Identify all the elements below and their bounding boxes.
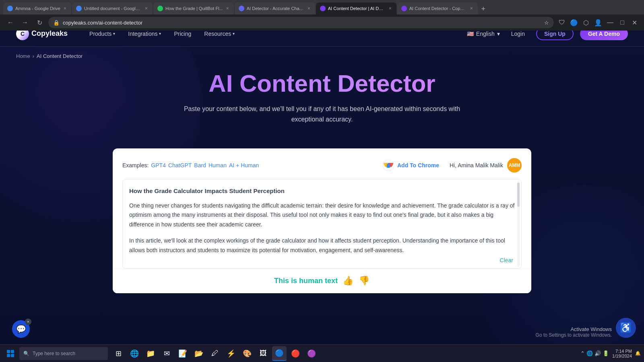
extension-icon-2[interactable]: 🔵 — [569, 18, 579, 27]
accessibility-icon: ♿ — [620, 322, 632, 333]
clear-button[interactable]: Clear — [500, 257, 513, 263]
tab-close-button[interactable]: × — [388, 5, 392, 12]
thumbup-button[interactable]: 👍 — [343, 276, 354, 287]
chat-widget-button[interactable]: 💬 × — [12, 320, 30, 338]
example-bard[interactable]: Bard — [194, 162, 206, 169]
user-avatar: AMM — [507, 158, 522, 173]
browser-tab-4[interactable]: AI Detector - Accurate Chat... × — [235, 2, 315, 14]
taskbar-app-3[interactable]: 📁 — [143, 346, 158, 361]
taskbar-search[interactable]: 🔍 Type here to search — [19, 347, 108, 360]
accessibility-button[interactable]: ♿ — [616, 318, 636, 338]
chat-icon: 💬 — [16, 324, 26, 334]
address-bar[interactable]: 🔒 copyleaks.com/ai-content-detector ☆ — [48, 17, 554, 28]
tab-favicon — [76, 6, 82, 11]
minimize-button[interactable]: — — [605, 18, 615, 27]
text-para-2: In this article, we'll look at the compl… — [129, 236, 515, 255]
breadcrumb-home[interactable]: Home — [16, 53, 30, 59]
extension-icon-3[interactable]: ⬡ — [581, 18, 591, 27]
taskbar-arrow-icon[interactable]: ⌃ — [580, 350, 585, 356]
main-content: C Copyleaks Products ▾ Integrations ▾ Pr… — [0, 21, 644, 346]
taskbar-volume-icon[interactable]: 🔊 — [594, 350, 601, 356]
search-icon: 🔍 — [23, 351, 29, 356]
taskbar-app-8[interactable]: ⚡ — [224, 346, 238, 361]
breadcrumb: Home › AI Content Detector — [0, 47, 644, 66]
taskbar-app-1[interactable]: ⊞ — [111, 346, 126, 361]
taskbar-app-7[interactable]: 🖊 — [208, 346, 222, 361]
text-para-1: One thing never changes for students nav… — [129, 201, 515, 230]
taskbar-clock[interactable]: 7:14 PM 1/19/2024 — [612, 349, 632, 358]
examples-row: Examples: GPT4 ChatGPT Bard Human AI + H… — [122, 158, 522, 173]
tab-close-button[interactable]: × — [63, 5, 67, 12]
taskbar-battery-icon[interactable]: 🔋 — [603, 350, 609, 356]
star-icon: ☆ — [544, 20, 549, 26]
start-button[interactable] — [3, 346, 18, 361]
text-title: How the Grade Calculator Impacts Student… — [129, 186, 515, 196]
integrations-chevron-icon: ▾ — [159, 31, 161, 36]
reload-button[interactable]: ↻ — [34, 17, 45, 28]
activation-title: Activate Windows — [536, 326, 612, 332]
profile-icon[interactable]: 👤 — [593, 18, 603, 27]
example-ai-human[interactable]: AI + Human — [229, 162, 259, 169]
tab-title: How the Grade | QuillBot Fl... — [165, 6, 223, 11]
example-chatgpt[interactable]: ChatGPT — [168, 162, 192, 169]
back-button[interactable]: ← — [5, 17, 16, 28]
taskbar-app-2[interactable]: 🌐 — [127, 346, 142, 361]
notification-icon[interactable]: 🔔 — [635, 351, 641, 356]
chrome-icon — [383, 160, 394, 171]
language-label: English — [476, 31, 495, 37]
browser-toolbar: ← → ↻ 🔒 copyleaks.com/ai-content-detecto… — [0, 14, 644, 31]
tab-close-button[interactable]: × — [144, 5, 149, 12]
detector-card: Examples: GPT4 ChatGPT Bard Human AI + H… — [113, 148, 531, 293]
taskbar-network-icon[interactable]: 🌐 — [586, 350, 593, 356]
tab-favicon — [7, 6, 13, 11]
taskbar-app-9[interactable]: 🎨 — [240, 346, 254, 361]
new-tab-button[interactable]: + — [478, 3, 489, 14]
browser-tab-6[interactable]: AI Content Detector - Copyle... × — [397, 2, 478, 14]
svg-point-2 — [387, 164, 390, 167]
browser-tab-1[interactable]: Ammna - Google Drive × — [3, 2, 71, 14]
hero-subtitle: Paste your content below, and we'll tell… — [181, 104, 463, 124]
tab-favicon — [239, 6, 244, 11]
thumbdown-button[interactable]: 👎 — [359, 276, 370, 287]
products-chevron-icon: ▾ — [113, 31, 115, 36]
tab-title: Untitled document - Google ... — [84, 6, 142, 11]
taskbar-app-4[interactable]: ✉ — [159, 346, 174, 361]
taskbar-app-12[interactable]: 🔴 — [288, 346, 303, 361]
taskbar-system-icons: ⌃ 🌐 🔊 🔋 — [580, 350, 609, 356]
taskbar-app-13[interactable]: 🟣 — [304, 346, 319, 361]
logo-text: Copyleaks — [31, 29, 68, 38]
taskbar-time-display: 7:14 PM — [612, 349, 632, 354]
example-human[interactable]: Human — [208, 162, 227, 169]
breadcrumb-separator: › — [33, 53, 34, 59]
chat-close-button[interactable]: × — [25, 319, 31, 325]
activation-watermark: Activate Windows Go to Settings to activ… — [536, 326, 612, 338]
tab-close-button[interactable]: × — [225, 5, 230, 12]
forward-button[interactable]: → — [19, 17, 31, 28]
browser-tab-2[interactable]: Untitled document - Google ... × — [72, 2, 153, 14]
activation-subtitle: Go to Settings to activate Windows. — [536, 332, 612, 338]
scrollbar-track[interactable] — [517, 181, 520, 266]
lang-chevron-icon: ▾ — [497, 31, 500, 37]
add-to-chrome-button[interactable]: Add To Chrome — [383, 160, 439, 171]
tab-favicon — [320, 6, 326, 11]
taskbar-app-11[interactable]: 🔵 — [272, 346, 287, 361]
tab-title: AI Detector - Accurate Chat... — [247, 6, 304, 11]
scrollbar-thumb[interactable] — [517, 183, 520, 207]
maximize-button[interactable]: □ — [617, 18, 627, 27]
search-placeholder: Type here to search — [33, 351, 75, 356]
extension-icon-1[interactable]: 🛡 — [557, 18, 567, 27]
resources-chevron-icon: ▾ — [233, 31, 235, 36]
tab-title: AI Content Detector - Copyle... — [409, 6, 467, 11]
result-row: This is human text 👍 👎 — [113, 269, 531, 293]
example-gpt4[interactable]: GPT4 — [151, 162, 166, 169]
tab-close-button[interactable]: × — [469, 5, 474, 12]
taskbar-app-5[interactable]: 📝 — [175, 346, 190, 361]
tab-close-button[interactable]: × — [307, 5, 311, 12]
taskbar-app-10[interactable]: 🖼 — [256, 346, 270, 361]
browser-tab-3[interactable]: How the Grade | QuillBot Fl... × — [153, 2, 234, 14]
text-input-area[interactable]: How the Grade Calculator Impacts Student… — [122, 179, 522, 268]
close-button[interactable]: ✕ — [630, 18, 639, 27]
browser-tab-5[interactable]: AI Content Detector | AI Det... × — [316, 2, 396, 14]
taskbar-app-6[interactable]: 📂 — [192, 346, 206, 361]
language-selector[interactable]: 🇺🇸 English ▾ — [467, 31, 500, 37]
